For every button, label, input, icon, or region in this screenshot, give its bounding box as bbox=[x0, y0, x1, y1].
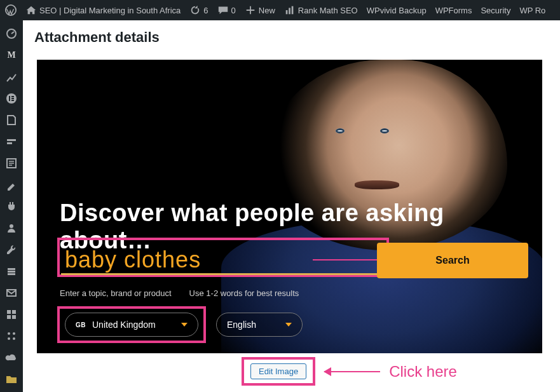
search-hints: Enter a topic, brand or product Use 1-2 … bbox=[60, 288, 299, 298]
svg-point-13 bbox=[10, 224, 13, 228]
edit-image-highlight: Edit Image bbox=[242, 357, 315, 386]
chevron-down-icon bbox=[181, 323, 188, 327]
rail-cloud[interactable] bbox=[0, 347, 23, 368]
plus-icon bbox=[245, 4, 256, 16]
svg-rect-11 bbox=[7, 142, 12, 144]
panel-title: Attachment details bbox=[23, 20, 560, 55]
arrow-left-icon bbox=[324, 371, 380, 372]
attachment-image: Discover what people are asking about… S… bbox=[37, 60, 542, 353]
panel-body: Discover what people are asking about… S… bbox=[23, 55, 560, 365]
svg-rect-7 bbox=[11, 96, 14, 97]
rail-tools[interactable] bbox=[0, 239, 23, 260]
rail-essential[interactable] bbox=[0, 131, 23, 152]
wpforms-item[interactable]: WPForms bbox=[435, 6, 472, 15]
comments-count: 0 bbox=[231, 6, 236, 15]
m-label: M bbox=[7, 50, 15, 60]
comment-icon bbox=[217, 4, 229, 16]
chevron-down-icon bbox=[285, 323, 292, 327]
home-icon bbox=[25, 4, 37, 16]
rankmath-item[interactable]: Rank Math SEO bbox=[284, 4, 358, 16]
rail-forms[interactable] bbox=[0, 152, 23, 174]
svg-rect-6 bbox=[9, 96, 10, 101]
security-item[interactable]: Security bbox=[481, 6, 510, 15]
site-title: SEO | Digital Marketing in South Africa bbox=[39, 6, 181, 15]
wp-logo[interactable] bbox=[5, 4, 17, 16]
rankmath-label: Rank Math SEO bbox=[298, 6, 358, 15]
comments-item[interactable]: 0 bbox=[217, 4, 236, 16]
svg-rect-8 bbox=[11, 98, 14, 99]
wordpress-icon bbox=[5, 4, 17, 16]
svg-rect-15 bbox=[8, 271, 15, 273]
svg-rect-16 bbox=[8, 273, 15, 275]
search-field-highlight bbox=[57, 238, 389, 277]
wprocket-item[interactable]: WP Ro bbox=[519, 6, 545, 15]
svg-point-22 bbox=[8, 332, 10, 335]
rail-plugins[interactable] bbox=[0, 196, 23, 217]
hero-content: Discover what people are asking about… S… bbox=[37, 60, 542, 353]
region-highlight: GB United Kingdom bbox=[57, 306, 206, 343]
rail-elementor[interactable] bbox=[0, 88, 23, 109]
svg-rect-20 bbox=[7, 315, 11, 319]
rail-dashboard[interactable] bbox=[0, 23, 23, 44]
rail-templates[interactable] bbox=[0, 109, 23, 131]
svg-rect-18 bbox=[7, 310, 11, 314]
svg-rect-10 bbox=[7, 139, 16, 141]
region-name: United Kingdom bbox=[92, 320, 156, 330]
refresh-icon bbox=[189, 4, 201, 16]
hint-left: Enter a topic, brand or product bbox=[60, 288, 172, 298]
search-button[interactable]: Search bbox=[377, 243, 528, 278]
updates-item[interactable]: 6 bbox=[189, 4, 208, 16]
attachment-panel: Attachment details Discover what people … bbox=[23, 20, 560, 392]
wprocket-label: WP Ro bbox=[519, 6, 545, 15]
svg-rect-2 bbox=[289, 8, 290, 14]
region-code: GB bbox=[76, 321, 86, 328]
site-link[interactable]: SEO | Digital Marketing in South Africa bbox=[25, 4, 181, 16]
rail-mail[interactable] bbox=[0, 282, 23, 304]
svg-point-25 bbox=[13, 337, 15, 340]
bar-chart-icon bbox=[284, 4, 296, 16]
rail-settings[interactable] bbox=[0, 260, 23, 282]
hint-right: Use 1-2 words for best results bbox=[189, 288, 299, 298]
new-label: New bbox=[259, 6, 275, 15]
svg-rect-1 bbox=[285, 10, 287, 14]
edit-image-callout: Edit Image Click here bbox=[242, 357, 457, 386]
rail-misc2[interactable] bbox=[0, 325, 23, 347]
wpforms-label: WPForms bbox=[435, 6, 472, 15]
updates-count: 6 bbox=[203, 6, 208, 15]
new-item[interactable]: New bbox=[245, 4, 275, 16]
svg-point-24 bbox=[8, 337, 10, 340]
wpvivid-item[interactable]: WPvivid Backup bbox=[367, 6, 427, 15]
rail-misc1[interactable] bbox=[0, 304, 23, 325]
rail-folder[interactable] bbox=[0, 368, 23, 390]
rail-users[interactable] bbox=[0, 217, 23, 239]
security-label: Security bbox=[481, 6, 510, 15]
svg-rect-3 bbox=[291, 6, 293, 15]
svg-rect-21 bbox=[12, 315, 16, 319]
arrow-right-icon bbox=[313, 259, 384, 260]
wp-admin-bar: SEO | Digital Marketing in South Africa … bbox=[0, 0, 560, 20]
language-name: English bbox=[227, 320, 256, 330]
rail-m-item[interactable]: M bbox=[0, 44, 23, 66]
svg-rect-14 bbox=[8, 268, 15, 270]
rail-appearance[interactable] bbox=[0, 174, 23, 196]
wpvivid-label: WPvivid Backup bbox=[367, 6, 427, 15]
click-here-label: Click here bbox=[389, 363, 457, 381]
svg-point-23 bbox=[13, 332, 15, 335]
region-select[interactable]: GB United Kingdom bbox=[65, 313, 198, 337]
edit-image-button[interactable]: Edit Image bbox=[250, 363, 306, 379]
language-select[interactable]: English bbox=[216, 313, 303, 337]
search-underline bbox=[61, 273, 388, 275]
rail-analytics[interactable] bbox=[0, 66, 23, 88]
svg-rect-19 bbox=[12, 310, 16, 314]
svg-rect-9 bbox=[11, 100, 14, 101]
wp-admin-rail: M bbox=[0, 20, 23, 392]
